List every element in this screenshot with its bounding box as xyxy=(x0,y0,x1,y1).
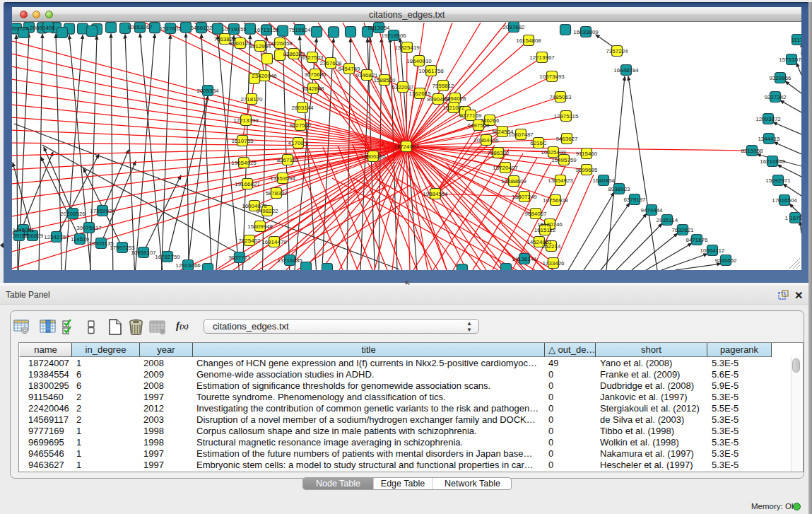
svg-text:9242848: 9242848 xyxy=(302,86,324,92)
svg-text:10756928: 10756928 xyxy=(543,197,568,204)
svg-text:17359924: 17359924 xyxy=(90,208,115,214)
svg-text:16782759: 16782759 xyxy=(155,254,180,260)
svg-text:10958107: 10958107 xyxy=(131,250,156,256)
svg-text:13226058: 13226058 xyxy=(267,40,293,47)
svg-text:9245652: 9245652 xyxy=(714,257,737,264)
svg-text:9684067: 9684067 xyxy=(524,211,547,217)
svg-text:746266: 746266 xyxy=(481,117,500,124)
svg-text:13353594: 13353594 xyxy=(270,175,295,182)
svg-text:9463627: 9463627 xyxy=(555,136,578,142)
svg-text:8990448: 8990448 xyxy=(427,96,449,103)
svg-text:20206526: 20206526 xyxy=(60,211,86,217)
svg-text:12213967: 12213967 xyxy=(529,54,555,61)
svg-text:12213393: 12213393 xyxy=(233,117,259,124)
svg-text:10961758: 10961758 xyxy=(418,68,444,74)
svg-text:8960124: 8960124 xyxy=(229,40,252,47)
svg-text:10719155: 10719155 xyxy=(221,26,247,33)
svg-text:252214: 252214 xyxy=(542,243,561,250)
svg-text:6466102: 6466102 xyxy=(190,25,213,31)
svg-text:6379197: 6379197 xyxy=(623,197,646,203)
svg-text:5878332: 5878332 xyxy=(265,190,288,197)
svg-text:2005334: 2005334 xyxy=(196,88,219,94)
svg-text:1527602: 1527602 xyxy=(159,25,182,32)
svg-text:8267110: 8267110 xyxy=(277,157,299,163)
svg-text:20364436: 20364436 xyxy=(473,137,499,144)
svg-text:15720407: 15720407 xyxy=(493,165,518,171)
svg-text:19654925: 19654925 xyxy=(231,160,257,166)
svg-text:13325419: 13325419 xyxy=(394,45,420,51)
svg-text:10653267: 10653267 xyxy=(127,24,153,30)
svg-text:18640910: 18640910 xyxy=(406,58,432,64)
svg-text:19166827: 19166827 xyxy=(235,181,260,187)
svg-text:9637771: 9637771 xyxy=(228,255,251,261)
svg-text:3675685: 3675685 xyxy=(304,71,326,78)
svg-text:7515524: 7515524 xyxy=(288,27,311,33)
svg-text:10654112: 10654112 xyxy=(700,247,726,254)
svg-text:16154808: 16154808 xyxy=(516,37,541,44)
svg-text:19384554: 19384554 xyxy=(423,191,448,197)
svg-text:7485063: 7485063 xyxy=(549,94,572,100)
svg-text:10973493: 10973493 xyxy=(539,74,565,80)
svg-text:7357224: 7357224 xyxy=(606,48,628,54)
svg-text:9115460: 9115460 xyxy=(576,151,598,157)
svg-text:14055724: 14055724 xyxy=(12,25,29,32)
svg-text:16914479: 16914479 xyxy=(261,239,287,245)
svg-text:1640954: 1640954 xyxy=(592,177,615,184)
svg-text:1610755: 1610755 xyxy=(231,138,254,144)
svg-text:1621072: 1621072 xyxy=(442,105,465,111)
svg-text:13716485: 13716485 xyxy=(277,257,302,264)
svg-text:1733426: 1733426 xyxy=(542,260,565,267)
svg-text:1244415: 1244415 xyxy=(758,136,780,142)
svg-text:2087682: 2087682 xyxy=(502,24,525,30)
svg-text:15751074: 15751074 xyxy=(779,57,801,63)
svg-text:2803144: 2803144 xyxy=(291,105,314,111)
svg-text:18807249: 18807249 xyxy=(512,194,537,200)
svg-text:16648784: 16648784 xyxy=(613,67,639,74)
svg-text:17016504: 17016504 xyxy=(772,197,797,204)
svg-text:1156829: 1156829 xyxy=(22,233,44,239)
svg-text:12923466: 12923466 xyxy=(175,262,201,269)
svg-text:8471676: 8471676 xyxy=(686,237,708,243)
svg-text:10688609: 10688609 xyxy=(501,178,526,185)
svg-text:9474444: 9474444 xyxy=(640,207,663,214)
svg-text:9227342: 9227342 xyxy=(764,94,787,100)
svg-text:2935114: 2935114 xyxy=(657,217,678,223)
svg-text:5322037: 5322037 xyxy=(392,84,414,90)
svg-text:10807487: 10807487 xyxy=(508,132,534,138)
svg-text:1615112: 1615112 xyxy=(534,227,556,233)
svg-text:19218506: 19218506 xyxy=(381,33,406,39)
svg-text:14136141: 14136141 xyxy=(512,256,537,262)
svg-text:9498222: 9498222 xyxy=(256,208,278,214)
svg-text:114519: 114519 xyxy=(71,236,90,243)
svg-text:15409948: 15409948 xyxy=(247,223,273,230)
svg-text:12342757: 12342757 xyxy=(44,234,69,240)
svg-text:15495759: 15495759 xyxy=(551,157,577,163)
svg-text:8215958: 8215958 xyxy=(741,148,763,154)
svg-text:8813054: 8813054 xyxy=(367,25,390,31)
svg-text:9699695: 9699695 xyxy=(575,167,598,173)
svg-text:23420046: 23420046 xyxy=(252,73,277,79)
svg-text:8454749: 8454749 xyxy=(338,66,360,72)
svg-text:39975817: 39975817 xyxy=(76,225,102,231)
svg-text:6216C: 6216C xyxy=(530,140,547,146)
svg-text:1117: 1117 xyxy=(792,37,801,43)
svg-text:18724007: 18724007 xyxy=(394,144,419,150)
svg-text:8938923: 8938923 xyxy=(608,186,630,192)
svg-text:16033809: 16033809 xyxy=(573,29,599,35)
svg-text:16210643: 16210643 xyxy=(760,158,785,165)
svg-text:18300295: 18300295 xyxy=(360,153,386,160)
svg-text:13654923: 13654923 xyxy=(548,177,573,184)
svg-text:7632621: 7632621 xyxy=(671,227,694,233)
svg-text:9329966: 9329966 xyxy=(769,75,792,81)
svg-text:7625402: 7625402 xyxy=(238,238,261,244)
svg-text:9777169: 9777169 xyxy=(459,112,482,119)
svg-text:41700 6: 41700 6 xyxy=(288,140,309,146)
svg-text:16713155: 16713155 xyxy=(254,27,279,33)
svg-text:1588520: 1588520 xyxy=(373,77,396,83)
svg-text:7955812: 7955812 xyxy=(432,83,454,89)
svg-text:2718170: 2718170 xyxy=(240,96,263,103)
svg-text:9427552: 9427552 xyxy=(289,122,312,129)
svg-text:20691406: 20691406 xyxy=(30,25,55,31)
svg-text:12975115: 12975115 xyxy=(554,113,579,119)
svg-text:1 16753: 1 16753 xyxy=(785,215,801,221)
